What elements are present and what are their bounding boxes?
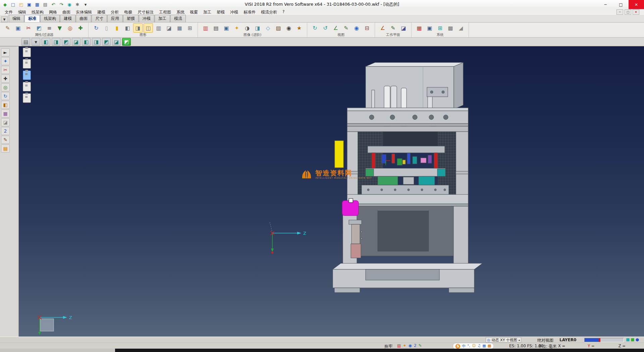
ime-mic-icon[interactable]: ♫ [477, 344, 481, 349]
menu-die[interactable]: 冲模 [227, 9, 241, 15]
menu-edit[interactable]: 编辑 [15, 9, 29, 15]
rotate-view-icon[interactable]: ↻ [1, 92, 10, 100]
compass-icon[interactable]: ◎ [1, 83, 10, 91]
view-cube-left-icon[interactable]: ◩ [62, 38, 70, 46]
capture-icon[interactable]: ◉ [66, 1, 73, 8]
annotate-icon[interactable]: ✎ [341, 23, 351, 33]
ime-chinese-mode-icon[interactable]: 中 [462, 344, 466, 349]
view-mode-selector[interactable]: ◎ 动态 XY 十视图 ▴ [486, 337, 521, 343]
color-table-icon[interactable]: ▦ [415, 23, 424, 33]
indicator-blue-dot[interactable]: ● [636, 337, 639, 342]
view-cube-iso-sw-icon[interactable]: ◩ [102, 38, 111, 46]
view-cube-bottom-icon[interactable]: ◨ [92, 38, 101, 46]
minimize-button[interactable]: ─ [598, 0, 613, 9]
rgb-filter-icon[interactable]: ▥ [201, 23, 210, 33]
crown-plate[interactable] [347, 108, 468, 126]
view-mode-expand-icon[interactable]: ▴ [519, 338, 520, 342]
menu-dimension[interactable]: 尺寸标注 [135, 9, 156, 15]
menu-modeling[interactable]: 建模 [95, 9, 108, 15]
edit-2d-icon[interactable]: 2 [1, 127, 10, 135]
measure-icon[interactable]: ∠ [331, 23, 340, 33]
clipboard-slot-2[interactable] [23, 59, 31, 69]
base-frame[interactable] [333, 263, 482, 293]
camera-icon[interactable]: ◉ [284, 23, 293, 33]
attr-cut-icon[interactable]: ✂ [24, 23, 33, 33]
globe-icon[interactable]: ◉ [408, 343, 412, 348]
menu-window[interactable]: 视窗 [187, 9, 201, 15]
clipboard-slot-5[interactable] [23, 93, 31, 103]
bolster-beam[interactable] [347, 194, 468, 204]
mirror-icon[interactable]: ◨ [253, 23, 262, 33]
menu-wireframe[interactable]: 线架构 [29, 9, 46, 15]
menu-solid-edit[interactable]: 实体编辑 [73, 9, 95, 15]
mold-stack[interactable] [362, 146, 449, 194]
ime-punctuation-icon[interactable]: °, [467, 344, 470, 349]
attr-filter-icon[interactable]: ▼ [55, 23, 64, 33]
transparency-icon[interactable]: ◪ [164, 23, 174, 33]
side-bracket[interactable] [427, 87, 448, 97]
view-list-dropdown-icon[interactable]: ▾ [32, 38, 40, 46]
menu-mesh[interactable]: 网格 [46, 9, 60, 15]
tab-machining[interactable]: 加工 [155, 15, 170, 22]
menu-standard-parts[interactable]: 标准件 [241, 9, 258, 15]
mdi-minimize-button[interactable]: ─ [616, 9, 623, 15]
yellow-part[interactable] [335, 141, 343, 168]
view-cube-top-icon[interactable]: ◧ [82, 38, 91, 46]
clipboard-slot-1[interactable] [23, 48, 31, 57]
attr-modify-icon[interactable]: ✎ [3, 23, 12, 33]
selection-grid-icon[interactable]: ⊞ [435, 23, 445, 33]
solid-view-icon[interactable]: ■ [175, 23, 184, 33]
lamp-off-icon[interactable]: ▯ [102, 23, 111, 33]
eraser-icon[interactable]: ◪ [1, 118, 10, 126]
qat-dropdown-icon[interactable]: ▾ [82, 1, 89, 8]
visi-app-icon[interactable]: ◆ [1, 1, 9, 8]
lamp-on-icon[interactable]: ▮ [112, 23, 122, 33]
fill-color-icon[interactable]: ◧ [1, 101, 10, 109]
menu-surface[interactable]: 曲面 [60, 9, 73, 15]
new-document-icon[interactable]: □ [9, 1, 17, 8]
view-cube-front-icon[interactable]: ◧ [42, 38, 50, 46]
workplane-iso-icon[interactable]: ◪ [399, 23, 408, 33]
shade-flat-icon[interactable]: ◧ [123, 23, 132, 33]
active-layer-label[interactable]: LAYER0 [559, 338, 576, 342]
tab-wireframe[interactable]: 线架构 [40, 15, 60, 22]
mdi-close-button[interactable]: ✕ [633, 9, 639, 15]
menu-analysis[interactable]: 分析 [108, 9, 121, 15]
select-arrow-icon[interactable]: ► [1, 48, 10, 56]
attr-match-icon[interactable]: ✚ [76, 23, 85, 33]
multi-select-icon[interactable]: ✦ [1, 57, 10, 65]
tab-overflow-dropdown[interactable]: ▼ [1, 16, 8, 22]
ime-emoji-icon[interactable]: ☺ [472, 344, 476, 349]
view-cube-right-icon[interactable]: ◪ [72, 38, 80, 46]
pen-icon[interactable]: ✎ [419, 343, 422, 348]
print-icon[interactable]: ▤ [42, 1, 49, 8]
render-icon[interactable]: ★ [294, 23, 304, 33]
attr-paint-icon[interactable]: ◩ [34, 23, 44, 33]
attr-list-icon[interactable]: ≡ [45, 23, 54, 33]
palette-icon[interactable]: ▦ [1, 109, 10, 118]
tab-die[interactable]: 冲模 [139, 15, 154, 22]
tab-application[interactable]: 应用 [107, 15, 123, 22]
menu-file[interactable]: 文件 [2, 9, 15, 15]
menu-mold[interactable]: 塑模 [214, 9, 227, 15]
hidden-line-icon[interactable]: ▥ [154, 23, 163, 33]
menu-system[interactable]: 系统 [174, 9, 187, 15]
wireframe-mode-icon[interactable]: ◫ [144, 23, 153, 33]
tab-standard[interactable]: 标准 [24, 15, 40, 22]
attr-magnet-icon[interactable]: ◎ [65, 23, 75, 33]
photo-icon[interactable]: ▣ [222, 23, 231, 33]
clipboard-slot-3[interactable] [23, 71, 31, 80]
save-file-icon[interactable]: ▣ [25, 1, 33, 8]
clip-plane-icon[interactable]: ⊟ [362, 23, 372, 33]
trim-icon[interactable]: ✂ [1, 66, 10, 74]
gradient-icon[interactable]: ◢ [456, 23, 466, 33]
open-file-icon[interactable]: ◰ [17, 1, 25, 8]
glass-icon[interactable]: ◇ [263, 23, 273, 33]
light-icon[interactable]: ✦ [232, 23, 241, 33]
bounding-box-icon[interactable]: ⊞ [185, 23, 195, 33]
ime-keyboard-icon[interactable]: ▦ [482, 344, 486, 349]
menu-machining[interactable]: 加工 [201, 9, 214, 15]
zoom-dynamic-icon[interactable]: ↻ [310, 23, 320, 33]
workplane-axes-icon[interactable]: ∠ [378, 23, 387, 33]
indicator-teal-square[interactable]: ■ [626, 337, 630, 342]
